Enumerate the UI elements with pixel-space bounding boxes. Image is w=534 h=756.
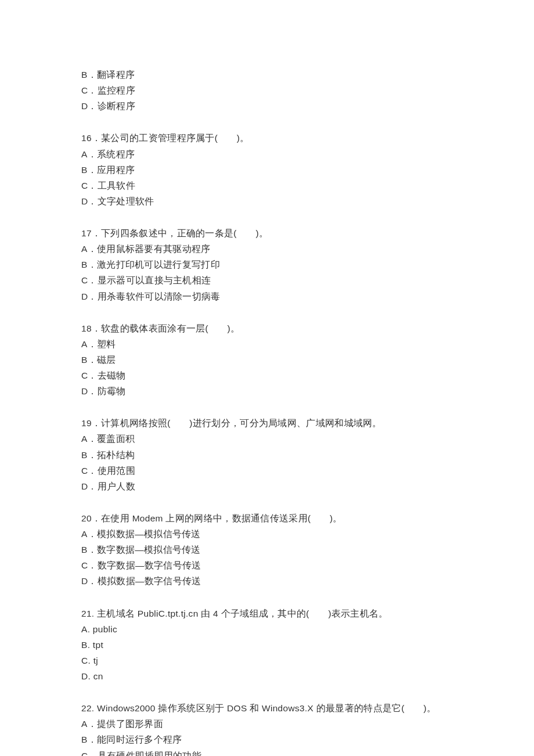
text-line: C．使用范围	[81, 463, 453, 478]
text-line: D. cn	[81, 668, 453, 684]
text-line: A．覆盖面积	[81, 431, 453, 447]
text-line: 17．下列四条叙述中，正确的一条是( )。	[81, 225, 453, 241]
text-line: B．应用程序	[81, 162, 453, 178]
text-line: A．模拟数据—模拟信号传送	[81, 526, 453, 542]
text-line: B．激光打印机可以进行复写打印	[81, 257, 453, 272]
text-line: B．拓朴结构	[81, 447, 453, 463]
question-block: 21. 主机域名 PubliC.tpt.tj.cn 由 4 个子域组成，其中的(…	[81, 606, 453, 685]
question-block: 16．某公司的工资管理程序属于( )。A．系统程序B．应用程序C．工具软件D．文…	[81, 130, 453, 209]
text-line: D．防霉物	[81, 383, 453, 399]
text-line: A．使用鼠标器要有其驱动程序	[81, 241, 453, 257]
text-line: B．数字数据—模拟信号传送	[81, 542, 453, 557]
text-line: 16．某公司的工资管理程序属于( )。	[81, 130, 453, 146]
text-line: C．去磁物	[81, 368, 453, 383]
text-line: C．具有硬件即插即用的功能	[81, 748, 453, 757]
question-block: 22. Windows2000 操作系统区别于 DOS 和 Windows3.X…	[81, 700, 453, 756]
text-line: 20．在使用 Modem 上网的网络中，数据通信传送采用( )。	[81, 510, 453, 526]
text-line: A．系统程序	[81, 146, 453, 162]
text-line: B. tpt	[81, 637, 453, 653]
text-line: A. public	[81, 621, 453, 637]
text-line: 21. 主机域名 PubliC.tpt.tj.cn 由 4 个子域组成，其中的(…	[81, 606, 453, 621]
question-block: B．翻译程序C．监控程序D．诊断程序	[81, 67, 453, 114]
text-line: C．数字数据—数字信号传送	[81, 557, 453, 573]
text-line: B．磁层	[81, 352, 453, 368]
text-line: 19．计算机网络按照( )进行划分，可分为局域网、广域网和城域网。	[81, 415, 453, 431]
question-block: 20．在使用 Modem 上网的网络中，数据通信传送采用( )。A．模拟数据—模…	[81, 510, 453, 589]
text-line: D．模拟数据—数字信号传送	[81, 573, 453, 589]
question-block: 19．计算机网络按照( )进行划分，可分为局域网、广域网和城域网。A．覆盖面积B…	[81, 415, 453, 494]
text-line: A．提供了图形界面	[81, 716, 453, 732]
text-line: C. tj	[81, 653, 453, 668]
text-line: 22. Windows2000 操作系统区别于 DOS 和 Windows3.X…	[81, 700, 453, 716]
text-line: B．翻译程序	[81, 67, 453, 82]
text-line: D．诊断程序	[81, 98, 453, 114]
text-line: C．显示器可以直接与主机相连	[81, 272, 453, 288]
text-line: A．塑料	[81, 336, 453, 352]
text-line: D．用杀毒软件可以清除一切病毒	[81, 289, 453, 304]
text-line: C．监控程序	[81, 82, 453, 98]
document-page: B．翻译程序C．监控程序D．诊断程序16．某公司的工资管理程序属于( )。A．系…	[0, 0, 534, 756]
question-block: 17．下列四条叙述中，正确的一条是( )。A．使用鼠标器要有其驱动程序B．激光打…	[81, 225, 453, 304]
text-line: D．用户人数	[81, 478, 453, 494]
text-line: C．工具软件	[81, 178, 453, 193]
question-block: 18．软盘的载体表面涂有一层( )。A．塑料B．磁层C．去磁物D．防霉物	[81, 321, 453, 399]
text-line: B．能同时运行多个程序	[81, 732, 453, 747]
text-line: D．文字处理软件	[81, 193, 453, 209]
text-line: 18．软盘的载体表面涂有一层( )。	[81, 321, 453, 336]
